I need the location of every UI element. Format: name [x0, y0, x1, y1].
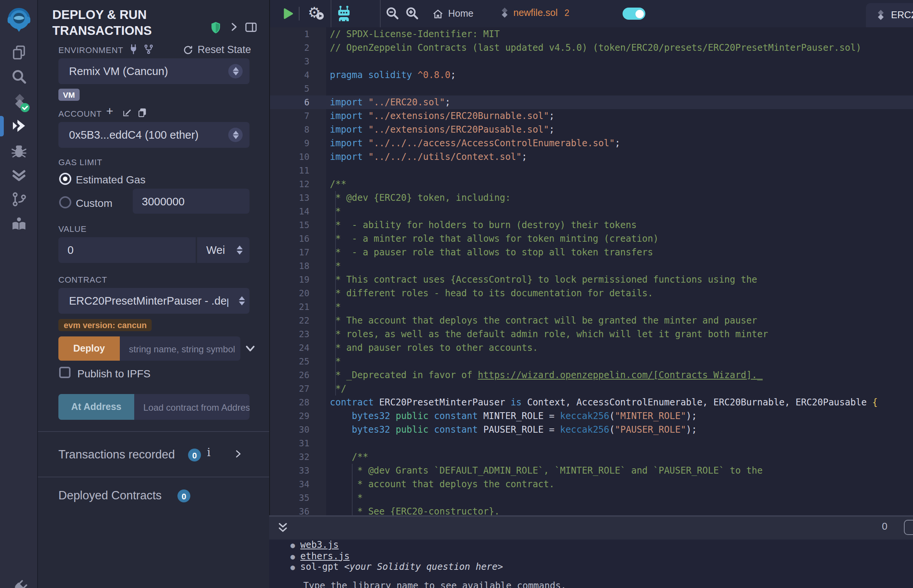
tab-newfile[interactable]: newfile.sol 2 [500, 8, 570, 18]
code-line[interactable]: 17 * - a pauser role that allows to stop… [270, 246, 913, 259]
script-config-gear-icon[interactable]: ⚙ [308, 4, 321, 21]
code-line[interactable]: 10import "../../../utils/Context.sol"; [270, 150, 913, 164]
plug-icon[interactable] [128, 44, 139, 55]
code-line[interactable]: 22 * The account that deploys the contra… [270, 314, 913, 327]
edit-account-icon[interactable] [122, 108, 132, 118]
contract-select[interactable]: ERC20PresetMinterPauser - .deps/ [58, 288, 249, 314]
code-line[interactable]: 23 * roles, as well as the default admin… [270, 327, 913, 341]
code-line[interactable]: 26 * _Deprecated in favor of https://wiz… [270, 368, 913, 382]
ai-robot-icon[interactable] [336, 5, 352, 22]
chevron-right-icon[interactable] [229, 22, 239, 32]
code-line[interactable]: 21 * [270, 300, 913, 314]
code-line[interactable]: 3 [270, 55, 913, 68]
expand-params-icon[interactable] [244, 342, 256, 355]
line-number: 14 [270, 205, 309, 218]
at-address-button[interactable]: At Address [58, 394, 134, 420]
code-line[interactable]: 36 * See {ERC20-constructor}. [270, 505, 913, 515]
terminal-network-checkbox[interactable] [904, 520, 913, 535]
fork-icon[interactable] [143, 44, 154, 55]
unit-testing-icon[interactable] [11, 167, 27, 183]
tab-erc20presetminterpauser[interactable]: ERC20PresetMinterPauser.sol × [866, 3, 913, 27]
collapse-terminal-icon[interactable] [277, 522, 289, 534]
custom-gas-radio[interactable] [59, 196, 71, 208]
deploy-and-run-icon[interactable] [11, 118, 27, 134]
debugger-icon[interactable] [11, 142, 27, 159]
code-text: * See {ERC20-constructor}. [330, 505, 500, 515]
plugin-manager-icon[interactable] [7, 575, 31, 588]
code-line[interactable]: 29 bytes32 public constant MINTER_ROLE =… [270, 409, 913, 423]
reset-state-button[interactable]: Reset State [183, 44, 251, 55]
terminal-content[interactable]: ●web3.js●ethers.js●sol-gpt <your Solidit… [269, 540, 913, 588]
code-line[interactable]: 1// SPDX-License-Identifier: MIT [270, 27, 913, 41]
learneth-icon[interactable] [11, 215, 27, 232]
deploy-button[interactable]: Deploy [58, 336, 120, 361]
code-line[interactable]: 31 [270, 436, 913, 450]
code-line[interactable]: 19 * This contract uses {AccessControl} … [270, 273, 913, 286]
code-line[interactable]: 25 * [270, 355, 913, 368]
code-line[interactable]: 24 * and pauser roles to other accounts. [270, 341, 913, 355]
tab-home[interactable]: Home [429, 0, 476, 27]
run-script-icon[interactable] [282, 8, 294, 20]
terminal-library-link[interactable]: ●web3.js [290, 540, 338, 551]
code-text: import "../../../access/AccessControlEnu… [330, 136, 620, 150]
code-line[interactable]: 30 bytes32 public constant PAUSER_ROLE =… [270, 423, 913, 436]
value-input[interactable] [58, 237, 196, 263]
custom-gas-input[interactable] [133, 189, 249, 214]
search-icon[interactable] [11, 68, 27, 85]
pin-panel-icon[interactable] [245, 22, 257, 32]
terminal-bar[interactable] [269, 515, 913, 540]
expand-transactions-icon[interactable] [233, 449, 243, 459]
caret-updown-icon [236, 246, 243, 255]
deploy-params-input[interactable] [120, 336, 240, 361]
code-text: import "../ERC20.sol"; [330, 95, 450, 109]
zoom-out-icon[interactable] [385, 6, 400, 21]
code-line[interactable]: 35 * [270, 491, 913, 505]
environment-select[interactable]: Remix VM (Cancun) [58, 58, 249, 84]
code-line[interactable]: 14 * [270, 205, 913, 218]
publish-ipfs-checkbox[interactable] [59, 367, 71, 378]
remix-logo-icon[interactable] [5, 6, 32, 33]
terminal-library-link[interactable]: ●ethers.js [290, 551, 350, 562]
git-icon[interactable] [11, 191, 27, 208]
code-editor[interactable]: 1// SPDX-License-Identifier: MIT2// Open… [270, 27, 913, 515]
copy-account-icon[interactable] [137, 108, 147, 118]
code-line[interactable]: 7import "../extensions/ERC20Burnable.sol… [270, 109, 913, 123]
code-line[interactable]: 34 * account that deploys the contract. [270, 477, 913, 491]
code-text: bytes32 public constant PAUSER_ROLE = ke… [330, 423, 697, 436]
solidity-compiler-icon[interactable] [11, 93, 27, 110]
code-line[interactable]: 12/** [270, 177, 913, 191]
code-line[interactable]: 32 /** [270, 450, 913, 464]
value-unit-select[interactable]: Wei [197, 237, 249, 263]
code-line[interactable]: 6import "../ERC20.sol"; [270, 95, 913, 109]
account-select[interactable]: 0x5B3...eddC4 (100 ether) [58, 122, 249, 148]
zoom-in-icon[interactable] [405, 6, 419, 21]
ai-copilot-toggle[interactable] [623, 8, 645, 20]
code-line[interactable]: 9import "../../../access/AccessControlEn… [270, 136, 913, 150]
line-number: 27 [270, 382, 309, 396]
code-text: * [330, 491, 363, 505]
line-number: 21 [270, 300, 309, 314]
at-address-input[interactable] [134, 394, 249, 420]
file-explorer-icon[interactable] [11, 44, 27, 61]
estimated-gas-radio[interactable] [59, 173, 71, 185]
code-line[interactable]: 28contract ERC20PresetMinterPauser is Co… [270, 396, 913, 409]
code-text: * [330, 300, 341, 314]
add-account-icon[interactable]: + [106, 105, 113, 118]
line-number: 13 [270, 191, 309, 205]
code-line[interactable]: 27 */ [270, 382, 913, 396]
code-line[interactable]: 15 * - ability for holders to burn (dest… [270, 218, 913, 232]
code-line[interactable]: 13 * @dev {ERC20} token, including: [270, 191, 913, 205]
code-line[interactable]: 11 [270, 164, 913, 177]
code-line[interactable]: 18 * [270, 259, 913, 273]
solidity-file-icon [877, 10, 885, 21]
code-line[interactable]: 2// OpenZeppelin Contracts (last updated… [270, 41, 913, 55]
shield-icon[interactable] [210, 21, 222, 34]
info-icon[interactable]: i [207, 446, 210, 459]
code-line[interactable]: 16 * - a minter role that allows for tok… [270, 232, 913, 246]
code-line[interactable]: 33 * @dev Grants `DEFAULT_ADMIN_ROLE`, `… [270, 464, 913, 477]
code-line[interactable]: 5 [270, 82, 913, 95]
line-number: 11 [270, 164, 309, 177]
code-line[interactable]: 20 * different roles - head to its docum… [270, 286, 913, 300]
code-line[interactable]: 4pragma solidity ^0.8.0; [270, 68, 913, 82]
code-line[interactable]: 8import "../extensions/ERC20Pausable.sol… [270, 123, 913, 136]
